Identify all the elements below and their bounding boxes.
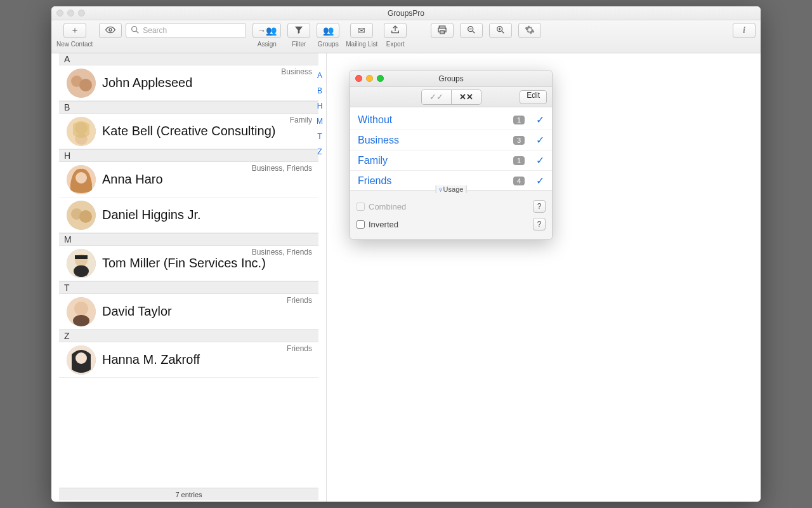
contact-row-tom[interactable]: Tom Miller (Fin Services Inc.) Business,…	[59, 246, 318, 281]
group-row-without[interactable]: Without 1 ✓	[350, 110, 552, 130]
combined-help-button[interactable]: ?	[533, 200, 546, 213]
print-group	[431, 23, 454, 38]
filter-button[interactable]	[287, 23, 310, 38]
assign-icon: →👥	[257, 25, 277, 36]
contact-row-kate[interactable]: Kate Bell (Creative Consulting) Family	[59, 114, 318, 149]
toolbar: ＋ New Contact Search	[51, 20, 761, 53]
index-b[interactable]: B	[313, 86, 326, 95]
contact-name: David Taylor	[102, 304, 172, 319]
group-name: Family	[358, 155, 513, 166]
svg-point-23	[79, 210, 92, 223]
index-m[interactable]: M	[313, 117, 326, 126]
svg-rect-29	[73, 315, 89, 326]
preview-button[interactable]	[99, 23, 122, 38]
check-icon: ✓	[536, 134, 544, 146]
people-icon: 👥	[323, 25, 334, 36]
section-header-m: M	[59, 233, 318, 246]
contact-list: A John Appleseed Business B Kate Bell (C…	[51, 53, 326, 488]
zoom-out-group	[460, 23, 483, 38]
index-h[interactable]: H	[313, 102, 326, 110]
search-input[interactable]: Search	[126, 23, 246, 38]
contact-row-john[interactable]: John Appleseed Business	[59, 65, 318, 101]
filter-group: Filter	[287, 23, 310, 48]
filter-label: Filter	[292, 41, 306, 48]
section-header-h: H	[59, 149, 318, 162]
select-all-button[interactable]: ✓✓	[422, 90, 451, 104]
export-button[interactable]	[384, 23, 407, 38]
funnel-icon	[294, 25, 304, 37]
group-count: 1	[513, 156, 525, 165]
contact-name: Hanna M. Zakroff	[102, 352, 200, 367]
contact-row-david[interactable]: David Taylor Friends	[59, 294, 318, 330]
section-header-z: Z	[59, 330, 318, 342]
entries-count: 7 entries	[59, 488, 318, 500]
new-contact-group: ＋ New Contact	[56, 23, 93, 48]
group-count: 4	[513, 177, 525, 185]
groups-panel-title: Groups	[350, 74, 552, 83]
group-name: Business	[358, 135, 513, 146]
index-t[interactable]: T	[313, 132, 326, 141]
contact-tags: Friends	[287, 344, 312, 353]
section-header-a: A	[59, 53, 318, 65]
export-icon	[390, 25, 400, 37]
mailing-list-button[interactable]: ✉︎	[350, 23, 373, 38]
index-z[interactable]: Z	[313, 147, 326, 156]
group-row-business[interactable]: Business 3 ✓	[350, 130, 552, 150]
svg-line-7	[473, 31, 475, 33]
mailing-list-group: ✉︎ Mailing List	[346, 23, 377, 48]
groups-button[interactable]: 👥	[317, 23, 339, 38]
new-contact-label: New Contact	[56, 41, 93, 48]
avatar	[67, 297, 96, 326]
preview-search-group: Search	[99, 23, 246, 38]
inverted-checkbox[interactable]	[357, 220, 365, 229]
info-icon: i	[743, 25, 745, 36]
index-a[interactable]: A	[313, 71, 326, 80]
contact-tags: Business, Friends	[252, 164, 312, 173]
check-icon: ✓	[536, 175, 544, 187]
group-count: 1	[513, 116, 525, 124]
zoom-out-button[interactable]	[460, 23, 483, 38]
assign-group: →👥 Assign	[252, 23, 281, 48]
groups-group: 👥 Groups	[317, 23, 339, 48]
contact-row-daniel[interactable]: Daniel Higgins Jr.	[59, 197, 318, 233]
print-button[interactable]	[431, 23, 454, 38]
edit-button[interactable]: Edit	[520, 90, 547, 104]
mailing-list-label: Mailing List	[346, 41, 377, 48]
combined-checkbox	[357, 203, 365, 211]
section-header-b: B	[59, 101, 318, 114]
zoom-in-group	[489, 23, 512, 38]
settings-button[interactable]	[518, 23, 541, 38]
group-row-family[interactable]: Family 1 ✓	[350, 150, 552, 171]
groups-label: Groups	[318, 41, 339, 48]
svg-line-10	[502, 31, 504, 33]
new-contact-button[interactable]: ＋	[63, 23, 86, 38]
check-icon: ✓	[536, 114, 544, 126]
combined-option-row: Combined ?	[357, 197, 546, 215]
envelope-icon: ✉︎	[358, 25, 365, 36]
info-button[interactable]: i	[733, 23, 756, 38]
contact-tags: Family	[290, 116, 312, 124]
settings-group	[518, 23, 541, 38]
section-header-t: T	[59, 281, 318, 294]
svg-line-2	[136, 31, 138, 33]
usage-section: Usage Combined ? Inverted ?	[350, 190, 552, 239]
avatar	[67, 201, 96, 230]
deselect-all-button[interactable]: ✕✕	[451, 90, 481, 104]
contact-row-hanna[interactable]: Hanna M. Zakroff Friends	[59, 342, 318, 378]
assign-label: Assign	[258, 41, 277, 48]
contact-row-anna[interactable]: Anna Haro Business, Friends	[59, 162, 318, 197]
double-check-icon: ✓✓	[429, 92, 443, 102]
plus-icon: ＋	[70, 25, 79, 36]
edit-label: Edit	[527, 91, 540, 100]
groups-panel: Groups ✓✓ ✕✕ Edit	[350, 70, 553, 240]
contact-tags: Friends	[287, 296, 312, 305]
usage-section-label: Usage	[436, 185, 467, 193]
zoom-out-icon	[466, 25, 476, 37]
avatar	[67, 69, 96, 98]
search-icon	[130, 25, 140, 37]
zoom-in-button[interactable]	[489, 23, 512, 38]
contact-name: Daniel Higgins Jr.	[102, 208, 201, 222]
inverted-help-button[interactable]: ?	[533, 218, 546, 231]
svg-point-28	[74, 302, 88, 316]
assign-button[interactable]: →👥	[252, 23, 281, 38]
